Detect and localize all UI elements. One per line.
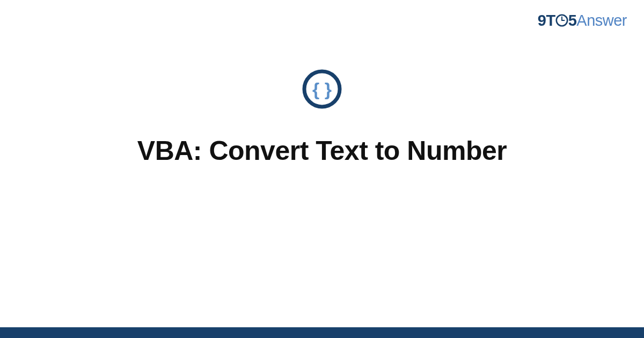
page-title: VBA: Convert Text to Number <box>137 135 507 166</box>
footer-bar <box>0 327 644 338</box>
brand-logo: 9T 5Answer <box>538 12 627 30</box>
brand-clock-icon <box>555 13 568 31</box>
brand-text-5: 5 <box>568 12 577 29</box>
brand-text-9t: 9T <box>538 12 555 29</box>
brand-text-answer: Answer <box>576 12 627 29</box>
svg-text:{ }: { } <box>312 79 332 99</box>
main-content: { } VBA: Convert Text to Number <box>0 69 644 166</box>
code-braces-icon: { } <box>302 69 342 109</box>
